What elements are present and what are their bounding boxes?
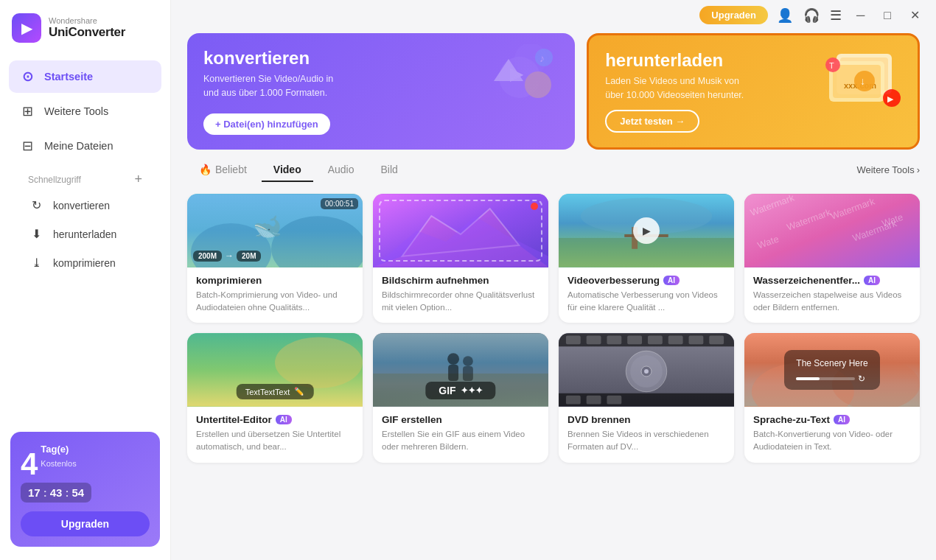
quick-item-herunterladen[interactable]: ⬇ herunterladen (18, 220, 153, 248)
tool-card-untertitel-editor[interactable]: TextTextText ✏️ Untertitel-Editor AI Ers… (187, 333, 363, 463)
time-badge: 00:00:51 (321, 198, 358, 209)
quick-item-konvertieren[interactable]: ↻ konvertieren (18, 192, 153, 219)
download-hero-subtitle: Laden Sie Videos und Musik von über 10.0… (605, 74, 752, 102)
edit-icon: ✏️ (294, 387, 304, 396)
svg-rect-50 (607, 335, 621, 344)
more-tools-link[interactable]: Weitere Tools › (856, 164, 920, 175)
sidebar-item-meine-dateien[interactable]: ⊟ Meine Dateien (9, 130, 161, 162)
sidebar-item-label: Meine Dateien (44, 140, 113, 152)
tool-info-screen: Bildschirm aufnehmen Bildschirmrecorder … (373, 267, 548, 323)
svg-text:▶: ▶ (510, 65, 524, 83)
tools-icon: ⊞ (19, 103, 35, 119)
tool-name: Untertitel-Editor (196, 414, 272, 425)
subtitle-overlay: TextTextText ✏️ (237, 384, 314, 399)
close-button[interactable]: ✕ (906, 7, 924, 24)
tool-name-row: Sprache-zu-Text AI (753, 414, 911, 425)
svg-rect-55 (709, 335, 724, 344)
ai-badge: AI (834, 415, 850, 424)
upgrade-pill-button[interactable]: Upgraden (699, 6, 768, 24)
tool-name: Wasserzeichenentfer... (753, 275, 860, 286)
tool-name: DVD brennen (567, 414, 631, 425)
svg-text:🐋: 🐋 (253, 211, 282, 239)
svg-text:♪: ♪ (539, 52, 545, 64)
sidebar-item-weitere-tools[interactable]: ⊞ Weitere Tools (9, 95, 161, 127)
tool-thumb-screen (373, 194, 548, 267)
sidebar-upgrade-button[interactable]: Upgraden (21, 511, 150, 536)
svg-rect-48 (566, 335, 581, 344)
tool-name-row: Untertitel-Editor AI (196, 414, 354, 425)
size-to: 20M (237, 251, 261, 262)
ai-badge: AI (864, 276, 880, 285)
add-quick-access-button[interactable]: + (134, 172, 142, 187)
tab-audio[interactable]: Audio (316, 158, 366, 182)
tab-video[interactable]: Video (262, 158, 313, 182)
compress-icon: ⤓ (28, 256, 44, 270)
main-content: Upgraden 👤 🎧 ☰ ─ □ ✕ konvertieren Konver… (171, 0, 936, 560)
tool-card-dvd-brennen[interactable]: DVD brennen Brennen Sie Videos in versch… (559, 333, 734, 463)
tool-thumb-watermark: Watermark Watermark Watermark Watermark … (744, 194, 920, 267)
tool-desc: Batch-Konvertierung von Video- oder Audi… (753, 428, 911, 454)
timer-minutes: 43 (50, 486, 63, 499)
tool-card-komprimieren[interactable]: 🐋 00:00:51 200M → 20M komprimieren Batch… (187, 194, 363, 323)
tool-desc: Brennen Sie Videos in verschiedenen Form… (567, 428, 725, 454)
tool-name: Videoverbesserung (567, 275, 660, 286)
tool-thumb-komprimieren: 🐋 00:00:51 200M → 20M (187, 194, 363, 267)
user-icon[interactable]: 👤 (777, 7, 793, 24)
timer-sep-1: : (43, 486, 47, 499)
tool-name: Bildschirm aufnehmen (382, 275, 489, 286)
gif-label: GIF (439, 385, 455, 396)
tool-card-wasserzeichenentfernung[interactable]: Watermark Watermark Watermark Watermark … (744, 194, 920, 323)
try-download-button[interactable]: Jetzt testen → (605, 110, 699, 133)
sidebar-item-label: Startseite (44, 71, 93, 83)
home-icon: ⊙ (19, 69, 35, 85)
svg-rect-54 (689, 335, 704, 344)
speech-overlay: The Scenery Here ↻ (744, 333, 920, 407)
svg-rect-52 (648, 335, 663, 344)
convert-icon: ↻ (28, 198, 44, 212)
trial-days-number: 4 (21, 449, 38, 480)
tool-card-videoverbesserung[interactable]: ▶ Videoverbesserung AI Automatische Verb… (559, 194, 734, 323)
svg-rect-47 (559, 333, 734, 346)
tool-name: komprimieren (196, 275, 262, 286)
tool-card-bildschirm-aufnehmen[interactable]: Bildschirm aufnehmen Bildschirmrecorder … (373, 194, 548, 323)
svg-point-39 (275, 337, 363, 388)
svg-rect-53 (668, 335, 683, 344)
sidebar-item-startseite[interactable]: ⊙ Startseite (9, 60, 161, 93)
timer-hours: 17 (28, 486, 41, 499)
logo-text: Wondershare UniConverter (49, 16, 125, 40)
tool-card-sprache-zu-text[interactable]: The Scenery Here ↻ Sprache-zu-Text AI (744, 333, 920, 463)
maximize-button[interactable]: □ (879, 7, 895, 24)
tab-bild[interactable]: Bild (369, 158, 410, 182)
quick-item-komprimieren[interactable]: ⤓ komprimieren (18, 249, 153, 276)
tool-name: Sprache-zu-Text (753, 414, 830, 425)
svg-rect-45 (463, 366, 473, 381)
timer-seconds: 54 (71, 486, 84, 499)
minimize-button[interactable]: ─ (852, 7, 869, 24)
titlebar-icons: 👤 🎧 ☰ ─ □ ✕ (777, 7, 924, 24)
tool-card-gif-erstellen[interactable]: GIF ✦✦✦ GIF erstellen Erstellen Sie ein … (373, 333, 548, 463)
svg-point-3 (525, 71, 551, 98)
svg-rect-57 (566, 396, 581, 405)
tool-desc: Bildschirmrecorder ohne Qualitätsverlust… (382, 289, 539, 315)
tool-desc: Automatische Verbesserung von Videos für… (567, 289, 725, 315)
menu-icon[interactable]: ☰ (830, 7, 842, 24)
sidebar: ▶ Wondershare UniConverter ⊙ Startseite … (0, 0, 171, 560)
chevron-right-icon: › (917, 164, 920, 175)
progress-bar-fill (796, 377, 820, 380)
tool-name-row: GIF erstellen (382, 414, 539, 425)
speech-bubble: The Scenery Here ↻ (784, 350, 879, 390)
logo-icon: ▶ (12, 13, 41, 43)
svg-rect-58 (587, 396, 601, 405)
hero-row: konvertieren Konvertieren Sie Video/Audi… (171, 24, 936, 155)
tool-thumb-gif: GIF ✦✦✦ (373, 333, 548, 407)
tool-info-enhance: Videoverbesserung AI Automatische Verbes… (559, 267, 734, 323)
convert-hero-card: konvertieren Konvertieren Sie Video/Audi… (187, 33, 575, 150)
headset-icon[interactable]: 🎧 (803, 7, 820, 24)
quick-access-label: Schnellzugriff (28, 175, 81, 185)
tool-name-row: komprimieren (196, 275, 354, 286)
record-dot (531, 203, 538, 210)
add-files-button[interactable]: + Datei(en) hinzufügen (203, 113, 330, 135)
trial-days: 4 Tag(e) Kostenlos (21, 444, 150, 480)
tab-beliebt[interactable]: 🔥 Beliebt (187, 158, 259, 182)
svg-point-44 (463, 356, 473, 366)
